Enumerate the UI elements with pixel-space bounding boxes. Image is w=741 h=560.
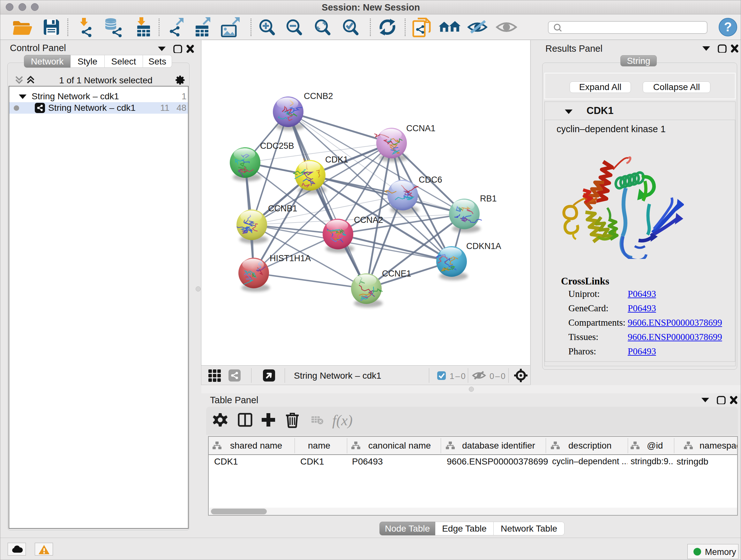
svg-text:RB1: RB1 xyxy=(480,194,497,203)
svg-text:CCNB1: CCNB1 xyxy=(268,204,297,213)
svg-text:CCNA2: CCNA2 xyxy=(354,215,383,225)
svg-text:CDC25B: CDC25B xyxy=(260,141,294,151)
svg-text:f(x): f(x) xyxy=(332,412,353,428)
svg-text:CDK1: CDK1 xyxy=(325,155,348,165)
svg-text:CDKN1A: CDKN1A xyxy=(466,241,501,251)
svg-text:CCNB2: CCNB2 xyxy=(304,91,333,101)
svg-text:CDC6: CDC6 xyxy=(419,175,442,185)
svg-text:CCNE1: CCNE1 xyxy=(382,269,411,278)
svg-text:HIST1H1A: HIST1H1A xyxy=(270,253,311,263)
svg-text:CCNA1: CCNA1 xyxy=(406,124,435,133)
svg-text:?: ? xyxy=(724,20,732,34)
